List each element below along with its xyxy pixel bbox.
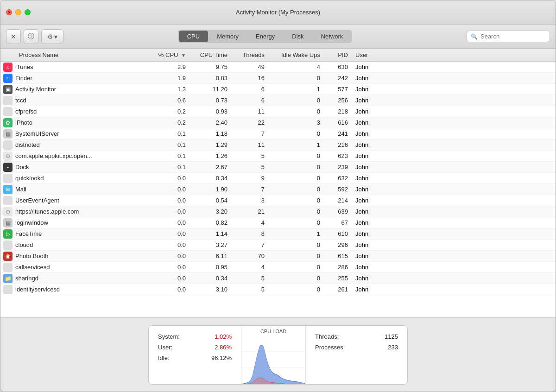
threads-cell: 49 [232, 63, 269, 70]
table-row[interactable]: ▤ loginwindow 0.0 0.82 4 0 67 John [0, 217, 556, 228]
stop-icon: ✕ [11, 33, 16, 40]
tab-memory[interactable]: Memory [208, 31, 247, 42]
idle-cell: 0 [269, 264, 325, 271]
tab-disk[interactable]: Disk [284, 31, 312, 42]
pid-cell: 616 [325, 119, 353, 126]
minimize-button[interactable] [15, 9, 21, 15]
table-row[interactable]: ▤ SystemUIServer 0.1 1.18 7 0 241 John [0, 128, 556, 139]
cpu-cell: 0.0 [149, 186, 190, 193]
threads-cell: 8 [232, 230, 269, 237]
table-row[interactable]: distnoted 0.1 1.29 11 1 216 John [0, 139, 556, 151]
table-row[interactable]: ◉ Photo Booth 0.0 6.11 70 0 615 John [0, 251, 556, 262]
cpu-cell: 0.0 [149, 197, 190, 204]
col-header-process[interactable]: Process Name [0, 51, 149, 58]
threads-cell: 7 [232, 130, 269, 137]
close-button[interactable]: ✕ [6, 9, 12, 15]
cputime-cell: 3.27 [190, 241, 232, 248]
table-row[interactable]: ✉ Mail 0.0 1.90 7 0 592 John [0, 184, 556, 195]
cpu-cell: 0.0 [149, 241, 190, 248]
table-row[interactable]: ▷ FaceTime 0.0 1.14 8 1 610 John [0, 228, 556, 240]
search-box[interactable]: 🔍 [467, 31, 550, 42]
app-icon [3, 96, 13, 105]
app-icon: ✿ [3, 118, 13, 127]
app-icon: ◉ [3, 252, 13, 261]
process-name-cell: identityservicesd [0, 285, 149, 294]
process-name: Dock [15, 164, 29, 171]
cputime-cell: 1.90 [190, 186, 232, 193]
col-header-user[interactable]: User [353, 51, 390, 58]
table-row[interactable]: ▪ Dock 0.1 2.67 5 0 239 John [0, 162, 556, 173]
idle-cell: 3 [269, 119, 325, 126]
pid-cell: 256 [325, 97, 353, 104]
idle-cell: 0 [269, 241, 325, 248]
idle-cell: 0 [269, 175, 325, 182]
user-cell: John [353, 141, 390, 148]
process-name-cell: ▪ Dock [0, 163, 149, 172]
app-icon: 📁 [3, 274, 13, 283]
threads-cell: 9 [232, 175, 269, 182]
table-row[interactable]: ⊙ com.apple.appkit.xpc.open... 0.1 1.26 … [0, 151, 556, 162]
toolbar-left: ✕ ⓘ ⚙ ▾ [6, 29, 63, 44]
col-header-cputime[interactable]: CPU Time [190, 51, 232, 58]
user-cell: John [353, 186, 390, 193]
table-row[interactable]: UserEventAgent 0.0 0.54 3 0 214 John [0, 195, 556, 206]
stats-right: Threads: 1125 Processes: 233 [305, 326, 407, 384]
tab-network[interactable]: Network [313, 31, 352, 42]
cpu-cell: 1.3 [149, 86, 190, 93]
pid-cell: 255 [325, 275, 353, 282]
cputime-cell: 9.75 [190, 63, 232, 70]
tab-group: CPU Memory Energy Disk Network [178, 30, 353, 43]
threads-cell: 11 [232, 108, 269, 115]
tab-cpu[interactable]: CPU [179, 31, 208, 42]
cpu-cell: 0.1 [149, 152, 190, 159]
table-row[interactable]: ≈ Finder 1.9 0.83 16 0 242 John [0, 73, 556, 84]
col-header-pid[interactable]: PID [325, 51, 353, 58]
table-row[interactable]: 📁 sharingd 0.0 0.34 5 0 255 John [0, 273, 556, 284]
user-cell: John [353, 208, 390, 215]
stop-button[interactable]: ✕ [6, 29, 21, 44]
chart-canvas [241, 335, 305, 384]
idle-cell: 0 [269, 130, 325, 137]
table-row[interactable]: ✿ iPhoto 0.2 2.40 22 3 616 John [0, 117, 556, 128]
search-input[interactable] [480, 33, 545, 40]
process-name-cell: quicklookd [0, 174, 149, 183]
col-header-idle[interactable]: Idle Wake Ups [269, 51, 325, 58]
cputime-cell: 0.34 [190, 175, 232, 182]
process-name: https://itunes.apple.com [15, 208, 79, 215]
table-row[interactable]: ♫ iTunes 2.9 9.75 49 4 630 John [0, 62, 556, 73]
col-header-threads[interactable]: Threads [232, 51, 269, 58]
user-cell: John [353, 286, 390, 293]
table-row[interactable]: identityservicesd 0.0 3.10 5 0 261 John [0, 284, 556, 295]
table-row[interactable]: quicklookd 0.0 0.34 9 0 632 John [0, 173, 556, 184]
app-icon [3, 285, 13, 294]
user-cell: John [353, 275, 390, 282]
tab-energy[interactable]: Energy [247, 31, 283, 42]
table-row[interactable]: callservicesd 0.0 0.95 4 0 286 John [0, 262, 556, 273]
app-icon: ▤ [3, 218, 13, 228]
table-row[interactable]: cloudd 0.0 3.27 7 0 296 John [0, 240, 556, 251]
idle-cell: 4 [269, 63, 325, 70]
gear-button[interactable]: ⚙ ▾ [41, 29, 63, 44]
titlebar: ✕ Activity Monitor (My Processes) [0, 0, 556, 25]
pid-cell: 577 [325, 86, 353, 93]
table-row[interactable]: ⊙ https://itunes.apple.com 0.0 3.20 21 0… [0, 206, 556, 217]
info-button[interactable]: ⓘ [24, 29, 38, 44]
cpu-cell: 0.0 [149, 253, 190, 259]
cputime-cell: 3.20 [190, 208, 232, 215]
table-row[interactable]: ▣ Activity Monitor 1.3 11.20 6 1 577 Joh… [0, 84, 556, 95]
user-cell: John [353, 108, 390, 115]
cputime-cell: 3.10 [190, 286, 232, 293]
table-row[interactable]: cfprefsd 0.2 0.93 11 0 218 John [0, 106, 556, 117]
maximize-button[interactable] [25, 9, 31, 15]
search-icon: 🔍 [471, 33, 478, 40]
table-row[interactable]: tccd 0.6 0.73 6 0 256 John [0, 95, 556, 106]
user-cell: John [353, 219, 390, 226]
process-name: UserEventAgent [15, 197, 59, 204]
user-cell: John [353, 152, 390, 159]
process-name: cloudd [15, 241, 33, 248]
process-name: Activity Monitor [15, 86, 56, 93]
table-body: ♫ iTunes 2.9 9.75 49 4 630 John ≈ Finder… [0, 62, 556, 317]
process-name: identityservicesd [15, 286, 60, 293]
threads-value: 1125 [385, 333, 398, 340]
col-header-cpu[interactable]: % CPU ▼ [149, 51, 190, 58]
